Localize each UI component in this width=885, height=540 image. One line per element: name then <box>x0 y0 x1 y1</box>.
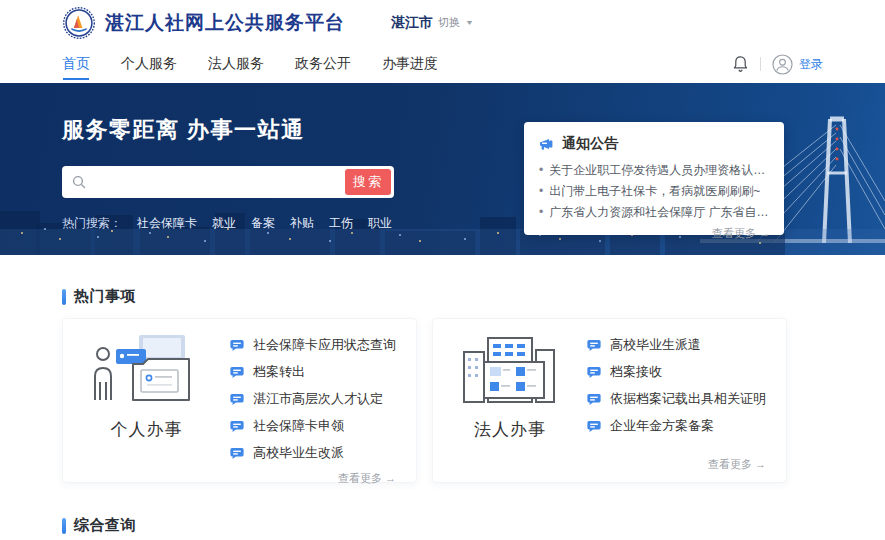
personal-card-left: 个人办事 <box>63 319 230 482</box>
main-navbar: 首页 个人服务 法人服务 政务公开 办事进度 登录 <box>0 45 885 83</box>
query-section-header: 综合查询 <box>62 516 823 535</box>
notice-panel: 通知公告 关于企业职工停发待遇人员办理资格认证的通知 出门带上电子社保卡，看病就… <box>524 122 784 235</box>
notice-item[interactable]: 关于企业职工停发待遇人员办理资格认证的通知 <box>539 160 770 181</box>
notice-view-more-link[interactable]: 查看更多 → <box>539 226 770 241</box>
legal-view-more-link[interactable]: 查看更多 → <box>587 457 766 472</box>
city-switch-label: 切换 <box>438 15 460 30</box>
notice-item[interactable]: 广东省人力资源和社会保障厅 广东省自然资源厅 关于印... <box>539 202 770 223</box>
legal-card-category: 法人办事 <box>474 418 546 441</box>
service-cards-row: 个人办事 社会保障卡应用状态查询 档案转出 湛江市高层次人才认定 社会保障卡申 <box>62 318 823 483</box>
avatar-icon[interactable] <box>772 54 793 75</box>
chat-bubble-icon <box>587 339 601 352</box>
chat-bubble-icon <box>230 393 244 406</box>
nav-item-progress[interactable]: 办事进度 <box>382 45 438 83</box>
hot-items-title: 热门事项 <box>74 287 136 306</box>
chat-bubble-icon <box>230 366 244 379</box>
site-logo-icon <box>62 6 96 40</box>
city-selector[interactable]: 湛江市 切换 ▼ <box>391 14 474 32</box>
service-item-label: 湛江市高层次人才认定 <box>253 390 383 408</box>
service-item-label: 依据档案记载出具相关证明 <box>610 390 766 408</box>
section-accent-bar <box>62 518 66 534</box>
chat-bubble-icon <box>230 420 244 433</box>
nav-right-tools: 登录 <box>732 54 823 75</box>
service-item-label: 企业年金方案备案 <box>610 417 714 435</box>
city-name: 湛江市 <box>391 14 433 32</box>
legal-services-card: 法人办事 高校毕业生派遣 档案接收 依据档案记载出具相关证明 企业年金方案备案 <box>432 318 787 483</box>
hero-banner: 服务零距离 办事一站通 搜索 热门搜索： 社会保障卡 就业 备案 补贴 工伤 职… <box>0 83 885 255</box>
service-item-label: 高校毕业生派遣 <box>610 336 701 354</box>
service-item-label: 档案转出 <box>253 363 305 381</box>
chat-bubble-icon <box>230 447 244 460</box>
personal-service-link[interactable]: 档案转出 <box>230 363 396 381</box>
hot-items-section-header: 热门事项 <box>62 287 823 306</box>
personal-service-link[interactable]: 社会保障卡申领 <box>230 417 396 435</box>
legal-card-left: 法人办事 <box>433 319 587 482</box>
nav-divider <box>760 57 761 71</box>
notice-item[interactable]: 出门带上电子社保卡，看病就医刷刷刷~ <box>539 181 770 202</box>
section-accent-bar <box>62 289 66 305</box>
hot-keyword-social-card[interactable]: 社会保障卡 <box>137 215 197 232</box>
legal-service-link[interactable]: 档案接收 <box>587 363 766 381</box>
hot-keyword-injury[interactable]: 工伤 <box>329 215 353 232</box>
notification-bell-icon[interactable] <box>732 55 749 73</box>
login-link[interactable]: 登录 <box>799 56 823 73</box>
legal-service-link[interactable]: 企业年金方案备案 <box>587 417 766 435</box>
notice-title: 通知公告 <box>562 135 618 153</box>
legal-card-items: 高校毕业生派遣 档案接收 依据档案记载出具相关证明 企业年金方案备案 查看更多 … <box>587 319 786 482</box>
service-item-label: 高校毕业生改派 <box>253 444 344 462</box>
personal-service-link[interactable]: 社会保障卡应用状态查询 <box>230 336 396 354</box>
chat-bubble-icon <box>587 393 601 406</box>
person-folder-illustration <box>91 332 203 406</box>
personal-service-link[interactable]: 高校毕业生改派 <box>230 444 396 462</box>
search-button[interactable]: 搜索 <box>345 169 391 195</box>
chevron-down-icon: ▼ <box>465 19 474 27</box>
site-title: 湛江人社网上公共服务平台 <box>105 10 345 36</box>
hot-keyword-employment[interactable]: 就业 <box>212 215 236 232</box>
query-section-title: 综合查询 <box>74 516 136 535</box>
hot-keyword-filing[interactable]: 备案 <box>251 215 275 232</box>
personal-view-more-link[interactable]: 查看更多 → <box>230 471 396 486</box>
nav-item-home[interactable]: 首页 <box>62 45 90 83</box>
nav-item-gov-disclosure[interactable]: 政务公开 <box>295 45 351 83</box>
service-item-label: 社会保障卡申领 <box>253 417 344 435</box>
legal-service-link[interactable]: 依据档案记载出具相关证明 <box>587 390 766 408</box>
chat-bubble-icon <box>587 366 601 379</box>
personal-card-items: 社会保障卡应用状态查询 档案转出 湛江市高层次人才认定 社会保障卡申领 高校毕业… <box>230 319 416 482</box>
service-item-label: 社会保障卡应用状态查询 <box>253 336 396 354</box>
nav-item-legal-services[interactable]: 法人服务 <box>208 45 264 83</box>
hot-keyword-subsidy[interactable]: 补贴 <box>290 215 314 232</box>
personal-services-card: 个人办事 社会保障卡应用状态查询 档案转出 湛江市高层次人才认定 社会保障卡申 <box>62 318 417 483</box>
legal-service-link[interactable]: 高校毕业生派遣 <box>587 336 766 354</box>
hot-search-label: 热门搜索： <box>62 215 122 232</box>
chat-bubble-icon <box>230 339 244 352</box>
megaphone-icon <box>539 137 555 151</box>
hot-keyword-occupation[interactable]: 职业 <box>368 215 392 232</box>
site-header: 湛江人社网上公共服务平台 湛江市 切换 ▼ <box>0 0 885 45</box>
buildings-illustration <box>454 332 566 406</box>
search-input[interactable] <box>86 166 345 198</box>
notice-header: 通知公告 <box>539 135 770 153</box>
search-icon <box>72 175 86 189</box>
nav-item-personal-services[interactable]: 个人服务 <box>121 45 177 83</box>
personal-service-link[interactable]: 湛江市高层次人才认定 <box>230 390 396 408</box>
main-content: 热门事项 个 <box>0 287 885 540</box>
personal-card-category: 个人办事 <box>111 418 183 441</box>
service-item-label: 档案接收 <box>610 363 662 381</box>
search-bar: 搜索 <box>62 166 394 198</box>
notice-list: 关于企业职工停发待遇人员办理资格认证的通知 出门带上电子社保卡，看病就医刷刷刷~… <box>539 160 770 223</box>
chat-bubble-icon <box>587 420 601 433</box>
